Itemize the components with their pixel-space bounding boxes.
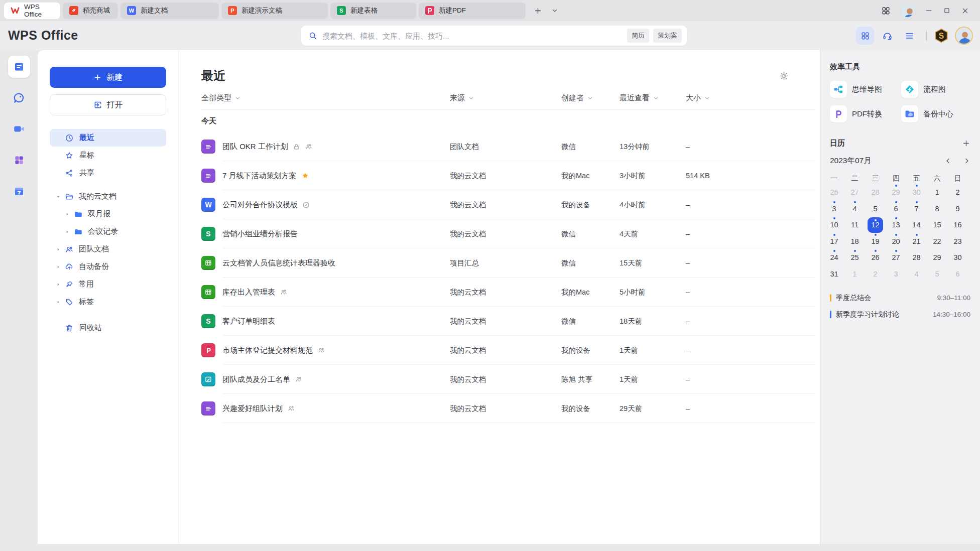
tool-backup-center[interactable]: 备份中心 xyxy=(901,103,970,125)
file-row[interactable]: S客户订单明细表我的云文档微信18天前– xyxy=(201,307,816,336)
caret-right-icon[interactable] xyxy=(65,212,70,217)
calendar-day[interactable]: 26 xyxy=(824,184,844,201)
calendar-day[interactable]: 17 xyxy=(824,233,844,250)
sidebar-tree-item-folder[interactable]: 会议记录 xyxy=(50,223,166,240)
calendar-day[interactable]: 8 xyxy=(927,201,947,217)
tool-pdf-convert[interactable]: PDF转换 xyxy=(830,103,899,125)
calendar-day[interactable]: 6 xyxy=(886,201,906,217)
view-grid-button[interactable] xyxy=(856,27,874,45)
file-row[interactable]: 团队成员及分工名单我的云文档陈旭 共享1天前– xyxy=(201,365,816,394)
calendar-day[interactable]: 10 xyxy=(824,217,844,233)
rail-calendar-button[interactable] xyxy=(8,180,30,202)
calendar-day[interactable]: 19 xyxy=(865,233,886,250)
support-button[interactable] xyxy=(878,27,896,45)
calendar-day[interactable]: 9 xyxy=(947,201,968,217)
file-row[interactable]: 兴趣爱好组队计划我的云文档我的设备29天前– xyxy=(201,394,816,423)
caret-down-icon[interactable] xyxy=(56,194,61,199)
caret-right-icon[interactable] xyxy=(56,300,61,305)
search-input[interactable] xyxy=(322,32,623,40)
calendar-day[interactable]: 28 xyxy=(865,184,886,201)
calendar-prev-button[interactable] xyxy=(944,157,952,165)
filter-creator[interactable]: 创建者 xyxy=(561,93,620,103)
app-tab-new-ppt[interactable]: P新建演示文稿 xyxy=(221,3,328,19)
calendar-day[interactable]: 13 xyxy=(886,217,906,233)
calendar-day[interactable]: 6 xyxy=(947,266,968,283)
calendar-event[interactable]: 新季度学习计划讨论14:30–16:00 xyxy=(830,306,970,323)
sidebar-tree-item-cloud-backup[interactable]: 自动备份 xyxy=(50,258,166,276)
vip-badge[interactable]: S xyxy=(933,27,950,44)
app-tab-new-doc[interactable]: W新建文档 xyxy=(120,3,219,19)
close-button[interactable] xyxy=(956,2,974,20)
calendar-day[interactable]: 14 xyxy=(906,217,927,233)
calendar-day[interactable]: 28 xyxy=(906,249,927,266)
tool-mindmap[interactable]: 思维导图 xyxy=(830,78,899,100)
filter-size[interactable]: 大小 xyxy=(686,93,816,103)
calendar-day[interactable]: 5 xyxy=(927,266,947,283)
calendar-day[interactable]: 26 xyxy=(865,249,886,266)
calendar-day[interactable]: 3 xyxy=(886,266,906,283)
calendar-day[interactable]: 29 xyxy=(927,249,947,266)
sidebar-item-star[interactable]: 星标 xyxy=(50,147,166,164)
file-row[interactable]: 市场主体登记提交材料规范我的云文档我的设备1天前– xyxy=(201,336,816,365)
search-tag-resume[interactable]: 简历 xyxy=(627,29,649,43)
calendar-day[interactable]: 11 xyxy=(844,217,865,233)
calendar-day[interactable]: 27 xyxy=(886,249,906,266)
filter-source[interactable]: 来源 xyxy=(450,93,561,103)
app-tab-wps-home[interactable]: WPS Office xyxy=(4,3,60,19)
calendar-day[interactable]: 16 xyxy=(947,217,968,233)
calendar-day[interactable]: 24 xyxy=(824,249,844,266)
sidebar-tree-item-tag[interactable]: 标签 xyxy=(50,293,166,311)
file-row[interactable]: 团队 OKR 工作计划团队文档微信13分钟前– xyxy=(201,132,816,161)
calendar-day[interactable]: 7 xyxy=(906,201,927,217)
calendar-day[interactable]: 21 xyxy=(906,233,927,250)
tabbar-avatar[interactable] xyxy=(901,4,914,17)
open-button[interactable]: 打开 xyxy=(50,94,166,115)
filter-all-types[interactable]: 全部类型 xyxy=(201,93,450,103)
calendar-day[interactable]: 1 xyxy=(844,266,865,283)
app-tab-docer-store[interactable]: 稻壳商城 xyxy=(63,3,118,19)
file-row[interactable]: S营销小组业绩分析报告我的云文档微信4天前– xyxy=(201,219,816,248)
tool-flowchart[interactable]: 流程图 xyxy=(901,78,970,100)
calendar-day[interactable]: 25 xyxy=(844,249,865,266)
calendar-day[interactable]: 23 xyxy=(947,233,968,250)
calendar-day[interactable]: 30 xyxy=(906,184,927,201)
calendar-day[interactable]: 2 xyxy=(947,184,968,201)
apps-grid-button[interactable] xyxy=(877,2,895,20)
file-row[interactable]: 库存出入管理表我的云文档我的Mac5小时前– xyxy=(201,278,816,307)
caret-right-icon[interactable] xyxy=(65,229,70,234)
search-tag-plan[interactable]: 策划案 xyxy=(653,29,682,43)
rail-meeting-button[interactable] xyxy=(8,118,30,140)
app-tab-new-sheet[interactable]: S新建表格 xyxy=(330,3,416,19)
caret-right-icon[interactable] xyxy=(56,282,61,287)
minimize-button[interactable] xyxy=(920,2,938,20)
calendar-day[interactable]: 5 xyxy=(865,201,886,217)
file-row[interactable]: W公司对外合作协议模板我的云文档我的设备4小时前– xyxy=(201,190,816,219)
calendar-day[interactable]: 20 xyxy=(886,233,906,250)
rail-chat-button[interactable] xyxy=(8,87,30,109)
maximize-button[interactable] xyxy=(938,2,956,20)
app-tab-new-pdf[interactable]: 新建PDF xyxy=(419,3,526,19)
sidebar-item-trash[interactable]: 回收站 xyxy=(50,319,166,337)
file-row[interactable]: 7 月线下活动策划方案我的云文档我的Mac3小时前514 KB xyxy=(201,161,816,190)
add-event-button[interactable] xyxy=(962,139,970,148)
calendar-day[interactable]: 30 xyxy=(947,249,968,266)
calendar-next-button[interactable] xyxy=(963,157,970,165)
calendar-day[interactable]: 15 xyxy=(927,217,947,233)
sidebar-item-share[interactable]: 共享 xyxy=(50,164,166,182)
calendar-day[interactable]: 29 xyxy=(886,184,906,201)
new-tab-button[interactable] xyxy=(530,3,545,18)
rail-documents-button[interactable] xyxy=(8,56,30,78)
caret-right-icon[interactable] xyxy=(56,264,61,269)
caret-right-icon[interactable] xyxy=(56,247,61,252)
calendar-day[interactable]: 22 xyxy=(927,233,947,250)
calendar-day[interactable]: 1 xyxy=(927,184,947,201)
calendar-day[interactable]: 18 xyxy=(844,233,865,250)
calendar-day[interactable]: 2 xyxy=(865,266,886,283)
calendar-event[interactable]: 季度总结会9:30–11:00 xyxy=(830,290,970,306)
sidebar-tree-item-team[interactable]: 团队文档 xyxy=(50,240,166,258)
calendar-day[interactable]: 27 xyxy=(844,184,865,201)
search-bar[interactable]: 简历 策划案 xyxy=(301,26,687,46)
calendar-day[interactable]: 3 xyxy=(824,201,844,217)
filter-last-viewed[interactable]: 最近查看 xyxy=(620,93,686,103)
file-row[interactable]: 云文档管人员信息统计表理器验收项目汇总微信15天前– xyxy=(201,248,816,278)
